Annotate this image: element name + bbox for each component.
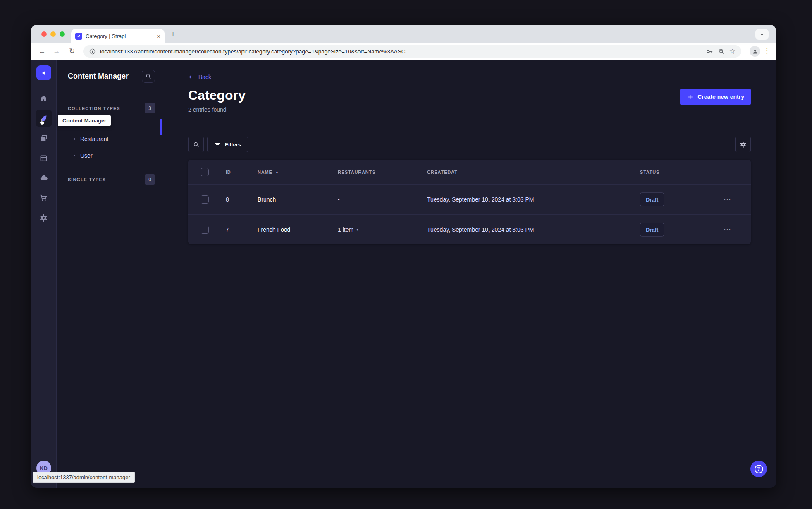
sidebar-item-home[interactable] (36, 90, 52, 107)
row-actions-menu-icon[interactable]: ⋯ (724, 225, 731, 234)
browser-tab-strip: Category | Strapi × + (31, 25, 776, 43)
create-new-entry-button[interactable]: Create new entry (680, 89, 751, 105)
subnav-search-button[interactable] (142, 70, 155, 83)
site-info-icon[interactable] (89, 48, 96, 55)
zoom-page-icon[interactable] (718, 48, 725, 55)
strapi-logo[interactable] (36, 65, 51, 80)
subnav-scrollbar-thumb[interactable] (160, 119, 162, 135)
browser-back-button[interactable]: ← (38, 47, 47, 56)
close-window-button[interactable] (41, 31, 47, 37)
table-row[interactable]: 7 French Food 1 item ▾ Tuesday, Septembe… (188, 214, 751, 244)
sort-asc-icon: ▲ (275, 170, 279, 174)
new-tab-button[interactable]: + (171, 30, 175, 38)
minimize-window-button[interactable] (50, 31, 56, 37)
help-button[interactable]: ? (750, 461, 767, 477)
bullet-icon (74, 138, 75, 140)
column-header-name[interactable]: NAME ▲ (258, 170, 279, 175)
back-link[interactable]: Back (188, 74, 211, 80)
browser-forward-button[interactable]: → (52, 47, 61, 56)
select-all-checkbox[interactable] (201, 168, 209, 176)
rail-divider (36, 86, 52, 86)
cell-id: 8 (226, 196, 229, 203)
entries-table: ID NAME ▲ RESTAURANTS CREATEDAT STATUS 8… (188, 160, 751, 244)
browser-tab[interactable]: Category | Strapi × (71, 29, 165, 43)
browser-profile-avatar[interactable] (750, 46, 760, 57)
sidebar-item-cloud[interactable] (36, 170, 52, 186)
address-bar[interactable]: localhost:1337/admin/content-manager/col… (83, 45, 741, 58)
status-badge: Draft (640, 193, 664, 206)
collection-types-count-badge: 3 (145, 103, 155, 113)
filters-button[interactable]: Filters (207, 137, 248, 152)
tab-list-chevron-icon[interactable] (755, 29, 769, 40)
link-status-bar: localhost:1337/admin/content-manager (33, 472, 135, 483)
page-title: Category (188, 87, 246, 103)
cell-name: Brunch (258, 196, 276, 203)
bullet-icon (74, 155, 75, 156)
table-header-row: ID NAME ▲ RESTAURANTS CREATEDAT STATUS (188, 160, 751, 185)
strapi-favicon-icon (75, 33, 82, 40)
filter-icon (214, 141, 221, 148)
subnav-divider (68, 92, 78, 92)
browser-reload-button[interactable]: ↻ (67, 47, 76, 56)
column-header-status[interactable]: STATUS (640, 170, 659, 175)
cell-createdat: Tuesday, September 10, 2024 at 3:03 PM (427, 226, 534, 233)
sidebar-item-content-type-builder[interactable] (36, 150, 52, 166)
cell-restaurants: - (338, 196, 340, 203)
entries-count: 2 entries found (188, 106, 246, 113)
cell-createdat: Tuesday, September 10, 2024 at 3:03 PM (427, 196, 534, 203)
chevron-down-icon: ▾ (356, 227, 358, 232)
single-types-label: SINGLE TYPES (68, 177, 106, 182)
single-types-count-badge: 0 (145, 174, 155, 185)
table-settings-button[interactable] (735, 137, 751, 152)
tab-close-icon[interactable]: × (157, 33, 160, 39)
subnav-item-user[interactable]: User (68, 147, 155, 164)
browser-menu-icon[interactable]: ⋮ (763, 46, 770, 55)
hand-cursor-icon (38, 118, 46, 126)
subnav-title: Content Manager (68, 72, 129, 81)
bookmark-star-icon[interactable]: ☆ (729, 47, 736, 56)
row-actions-menu-icon[interactable]: ⋯ (724, 195, 731, 204)
table-row[interactable]: 8 Brunch - Tuesday, September 10, 2024 a… (188, 185, 751, 214)
url-text[interactable]: localhost:1337/admin/content-manager/col… (100, 48, 702, 55)
maximize-window-button[interactable] (60, 31, 65, 37)
sidebar-item-media-library[interactable] (36, 130, 52, 146)
tab-title: Category | Strapi (86, 33, 153, 39)
question-mark-icon: ? (755, 465, 763, 473)
main-content: Back Category 2 entries found Create new… (162, 60, 776, 488)
plus-icon (687, 94, 694, 101)
cell-restaurants[interactable]: 1 item ▾ (338, 226, 358, 233)
subnav-item-restaurant[interactable]: Restaurant (68, 131, 155, 147)
row-checkbox[interactable] (201, 226, 209, 234)
cell-name: French Food (258, 226, 290, 233)
column-header-id[interactable]: ID (226, 170, 231, 175)
status-badge: Draft (640, 223, 664, 236)
sidebar-item-marketplace[interactable] (36, 190, 52, 206)
cell-id: 7 (226, 226, 229, 233)
row-checkbox[interactable] (201, 195, 209, 204)
browser-toolbar: ← → ↻ localhost:1337/admin/content-manag… (31, 43, 776, 60)
collection-types-label: COLLECTION TYPES (68, 106, 120, 111)
table-search-button[interactable] (188, 137, 204, 152)
column-header-createdat[interactable]: CREATEDAT (427, 170, 457, 175)
password-key-icon[interactable] (706, 48, 714, 55)
strapi-app: KD Content Manager COLLECTION TYPES 3 Ca… (31, 60, 776, 488)
column-header-restaurants[interactable]: RESTAURANTS (338, 170, 375, 175)
arrow-left-icon (188, 74, 195, 80)
sidebar-item-settings[interactable] (36, 209, 52, 226)
browser-window: Category | Strapi × + ← → ↻ localhost:13… (31, 25, 776, 488)
window-controls (41, 31, 65, 37)
content-manager-tooltip: Content Manager (58, 115, 111, 126)
